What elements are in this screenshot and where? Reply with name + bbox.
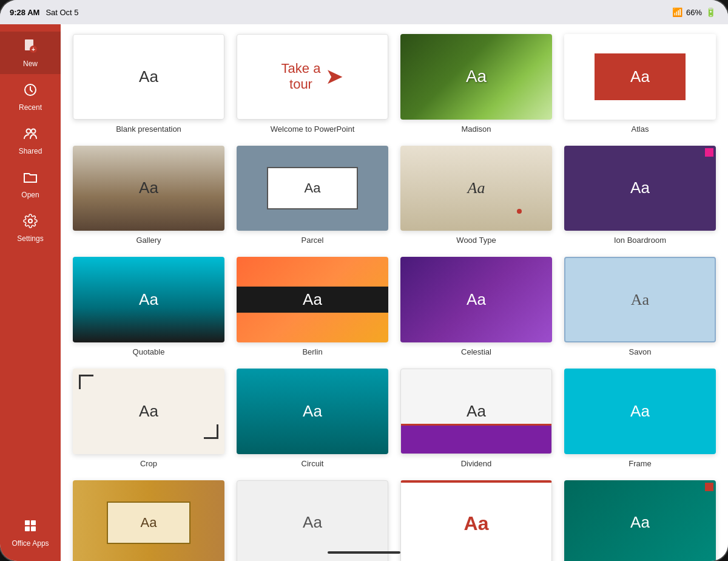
template-organic[interactable]: Aa Organic — [73, 480, 224, 562]
settings-icon — [23, 214, 38, 232]
template-quotable-label: Quotable — [133, 347, 165, 356]
sidebar-item-open[interactable]: Open — [0, 164, 61, 205]
template-savon-label: Savon — [629, 347, 652, 356]
template-crop-label: Crop — [140, 459, 157, 468]
sidebar-shared-label: Shared — [19, 147, 42, 155]
template-gallery[interactable]: Aa Gallery — [73, 146, 224, 245]
template-tour-label: Welcome to PowerPoint — [271, 124, 355, 134]
sidebar-office-apps-label: Office Apps — [12, 539, 49, 548]
status-time: 9:28 AM — [10, 8, 39, 17]
svg-rect-7 — [25, 520, 30, 525]
sidebar-item-recent[interactable]: Recent — [0, 76, 61, 118]
template-blank[interactable]: Aa Blank presentation — [73, 34, 224, 134]
template-parcel-label: Parcel — [302, 236, 324, 245]
sidebar-item-shared[interactable]: Shared — [0, 120, 61, 162]
scroll-indicator — [328, 551, 400, 554]
template-blank-label: Blank presentation — [116, 124, 181, 134]
sidebar-new-label: New — [23, 59, 38, 68]
svg-rect-10 — [31, 526, 36, 531]
ipad-frame: 9:28 AM Sat Oct 5 📶 66% 🔋 + — [0, 0, 728, 561]
svg-rect-9 — [25, 526, 30, 531]
template-celestial-label: Celestial — [461, 347, 491, 356]
template-ion-boardroom-label: Ion Boardroom — [614, 236, 666, 245]
template-ion-boardroom[interactable]: Aa Ion Boardroom — [564, 146, 716, 245]
main-content[interactable]: Aa Blank presentation Take atour ➤ — [61, 24, 728, 561]
template-ion[interactable]: Aa Ion — [564, 480, 716, 562]
svg-rect-8 — [31, 520, 36, 525]
office-apps-icon — [23, 518, 38, 537]
template-madison[interactable]: Aa Madison — [400, 34, 552, 134]
sidebar-open-label: Open — [21, 191, 39, 199]
status-date: Sat Oct 5 — [46, 8, 78, 17]
template-frame-label: Frame — [629, 459, 652, 468]
sidebar-recent-label: Recent — [19, 103, 42, 112]
svg-text:+: + — [32, 46, 35, 53]
template-mainevent[interactable]: Aa Main Event — [400, 480, 552, 562]
template-circuit[interactable]: Aa Circuit — [237, 369, 388, 468]
wifi-icon: 📶 — [672, 7, 682, 17]
template-tour[interactable]: Take atour ➤ Welcome to PowerPoint — [237, 34, 388, 134]
sidebar-settings-label: Settings — [17, 234, 43, 243]
shared-icon — [23, 126, 38, 144]
template-frame[interactable]: Aa Frame — [564, 369, 716, 468]
sidebar-item-office-apps[interactable]: Office Apps — [0, 512, 61, 554]
battery-icon: 🔋 — [706, 7, 716, 17]
template-crop[interactable]: Aa Crop — [73, 369, 224, 468]
tour-arrow-icon: ➤ — [325, 64, 343, 89]
sidebar-item-new[interactable]: + New — [0, 32, 61, 74]
template-droplet[interactable]: Aa Droplet — [237, 480, 388, 562]
sidebar: + New Recent — [0, 24, 61, 561]
template-atlas[interactable]: Aa Atlas — [564, 34, 716, 134]
template-dividend[interactable]: Aa Dividend — [400, 369, 552, 468]
sidebar-item-settings[interactable]: Settings — [0, 208, 61, 249]
template-woodtype-label: Wood Type — [456, 236, 496, 245]
status-bar: 9:28 AM Sat Oct 5 📶 66% 🔋 — [0, 0, 728, 24]
template-atlas-label: Atlas — [632, 124, 649, 134]
template-madison-label: Madison — [461, 124, 491, 134]
ipad-screen: 9:28 AM Sat Oct 5 📶 66% 🔋 + — [0, 0, 728, 561]
recent-icon — [23, 83, 38, 101]
open-icon — [23, 170, 38, 188]
template-dividend-label: Dividend — [461, 459, 492, 468]
template-quotable[interactable]: Aa Quotable — [73, 257, 224, 356]
app-body: + New Recent — [0, 24, 728, 561]
template-grid: Aa Blank presentation Take atour ➤ — [73, 34, 716, 561]
svg-point-4 — [27, 129, 31, 134]
battery-level: 66% — [686, 8, 702, 17]
template-celestial[interactable]: Aa Celestial — [400, 257, 552, 356]
template-gallery-label: Gallery — [136, 236, 161, 245]
template-woodtype[interactable]: Aa Wood Type — [400, 146, 552, 245]
template-parcel[interactable]: Aa Parcel — [237, 146, 388, 245]
svg-point-5 — [32, 129, 36, 134]
svg-point-6 — [29, 219, 32, 223]
template-berlin[interactable]: Aa Berlin — [237, 257, 388, 356]
new-icon: + — [22, 38, 38, 57]
template-savon[interactable]: Aa Savon — [564, 257, 716, 356]
template-berlin-label: Berlin — [302, 347, 322, 356]
tour-text: Take atour — [281, 61, 321, 93]
template-circuit-label: Circuit — [302, 459, 324, 468]
